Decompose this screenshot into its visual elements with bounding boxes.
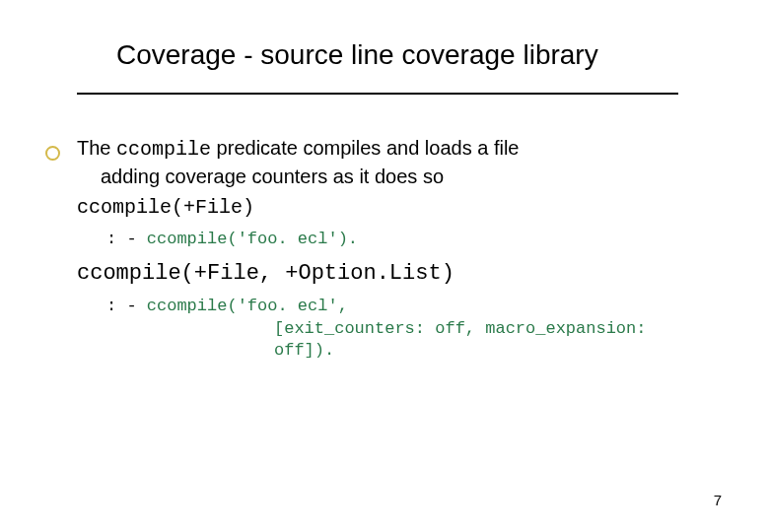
example-2-line-2: [exit_counters: off, macro_expansion: of… <box>274 318 678 362</box>
body-text: The ccompile predicate compiles and load… <box>77 136 678 362</box>
page-number: 7 <box>714 492 722 508</box>
ex2-code-a: ccompile('foo. ecl', <box>147 297 348 315</box>
example-1: : - ccompile('foo. ecl'). <box>106 229 678 250</box>
ex1-code: ccompile('foo. ecl'). <box>147 230 358 248</box>
ex2-colon: : - <box>106 297 147 315</box>
slide: Coverage - source line coverage library … <box>0 0 769 532</box>
title-rule <box>77 93 678 95</box>
bullet-icon <box>45 146 60 161</box>
intro-line-1: The ccompile predicate compiles and load… <box>77 136 678 163</box>
ex1-colon: : - <box>106 230 147 248</box>
intro-mid: predicate compiles and loads a file <box>211 137 519 159</box>
intro-lead: The <box>77 137 116 159</box>
signature-1: ccompile(+File) <box>77 195 678 221</box>
slide-title: Coverage - source line coverage library <box>116 39 598 71</box>
intro-code: ccompile <box>116 138 211 161</box>
signature-2: ccompile(+File, +Option.List) <box>77 260 678 288</box>
intro-line-2: adding coverage counters as it does so <box>101 165 678 190</box>
example-2-line-1: : - ccompile('foo. ecl', <box>106 296 678 317</box>
